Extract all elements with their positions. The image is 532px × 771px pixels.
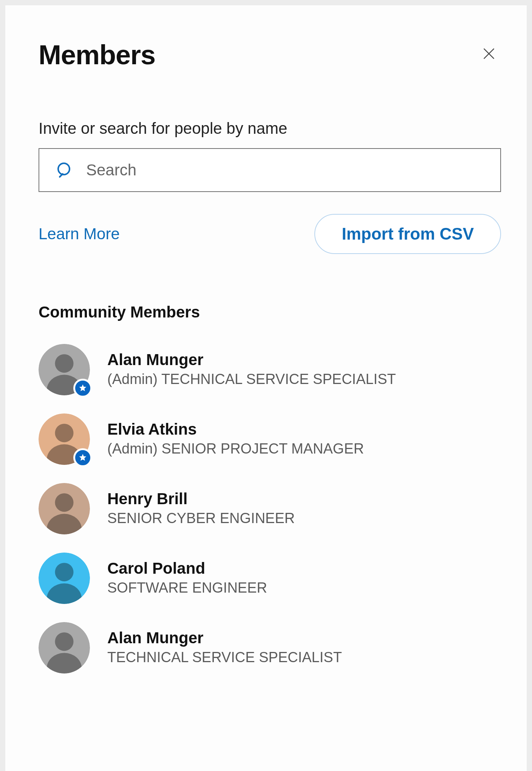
svg-point-6 [55, 354, 74, 373]
search-box[interactable] [39, 148, 501, 192]
member-row[interactable]: Carol PolandSOFTWARE ENGINEER [39, 543, 501, 613]
member-name: Henry Brill [107, 490, 295, 508]
search-actions: Learn More Import from CSV [39, 214, 501, 254]
avatar-image [39, 622, 90, 673]
member-row[interactable]: Henry BrillSENIOR CYBER ENGINEER [39, 474, 501, 543]
learn-more-link[interactable]: Learn More [39, 225, 120, 243]
member-role: SENIOR CYBER ENGINEER [107, 510, 295, 527]
member-name: Elvia Atkins [107, 421, 364, 438]
admin-badge [73, 379, 92, 398]
members-panel: Members Invite or search for people by n… [5, 5, 527, 771]
avatar [39, 622, 90, 673]
search-hint: Invite or search for people by name [39, 119, 501, 138]
search-section: Invite or search for people by name Lear… [39, 119, 501, 254]
svg-point-10 [55, 424, 74, 442]
search-icon [56, 161, 74, 179]
star-icon [78, 453, 87, 462]
avatar [39, 413, 90, 465]
avatar [39, 344, 90, 395]
member-role: (Admin) SENIOR PROJECT MANAGER [107, 440, 364, 458]
member-role: TECHNICAL SERVICE SPECIALIST [107, 649, 342, 666]
member-text: Alan Munger(Admin) TECHNICAL SERVICE SPE… [107, 351, 396, 388]
svg-point-2 [58, 163, 70, 175]
member-text: Henry BrillSENIOR CYBER ENGINEER [107, 490, 295, 527]
members-heading: Community Members [39, 303, 501, 321]
member-row[interactable]: Elvia Atkins(Admin) SENIOR PROJECT MANAG… [39, 404, 501, 474]
svg-point-22 [55, 632, 74, 651]
member-text: Alan MungerTECHNICAL SERVICE SPECIALIST [107, 629, 342, 666]
panel-header: Members [39, 39, 501, 70]
member-role: SOFTWARE ENGINEER [107, 579, 267, 597]
svg-line-3 [60, 174, 63, 177]
search-input[interactable] [86, 161, 484, 179]
avatar [39, 483, 90, 534]
member-name: Alan Munger [107, 629, 342, 647]
svg-point-18 [55, 563, 74, 581]
member-text: Carol PolandSOFTWARE ENGINEER [107, 560, 267, 597]
member-name: Carol Poland [107, 560, 267, 577]
star-icon [78, 384, 87, 393]
admin-badge [73, 448, 92, 467]
members-list: Alan Munger(Admin) TECHNICAL SERVICE SPE… [39, 335, 501, 683]
panel-title: Members [39, 39, 155, 70]
svg-point-14 [55, 493, 74, 512]
avatar [39, 553, 90, 604]
close-button[interactable] [478, 43, 500, 64]
close-icon [482, 46, 496, 61]
member-row[interactable]: Alan Munger(Admin) TECHNICAL SERVICE SPE… [39, 335, 501, 404]
members-section: Community Members Alan Munger(Admin) TEC… [39, 303, 501, 683]
avatar-image [39, 553, 90, 604]
member-row[interactable]: Alan MungerTECHNICAL SERVICE SPECIALIST [39, 613, 501, 683]
import-csv-button[interactable]: Import from CSV [314, 214, 501, 254]
avatar-image [39, 483, 90, 534]
member-role: (Admin) TECHNICAL SERVICE SPECIALIST [107, 371, 396, 388]
member-text: Elvia Atkins(Admin) SENIOR PROJECT MANAG… [107, 421, 364, 458]
member-name: Alan Munger [107, 351, 396, 368]
